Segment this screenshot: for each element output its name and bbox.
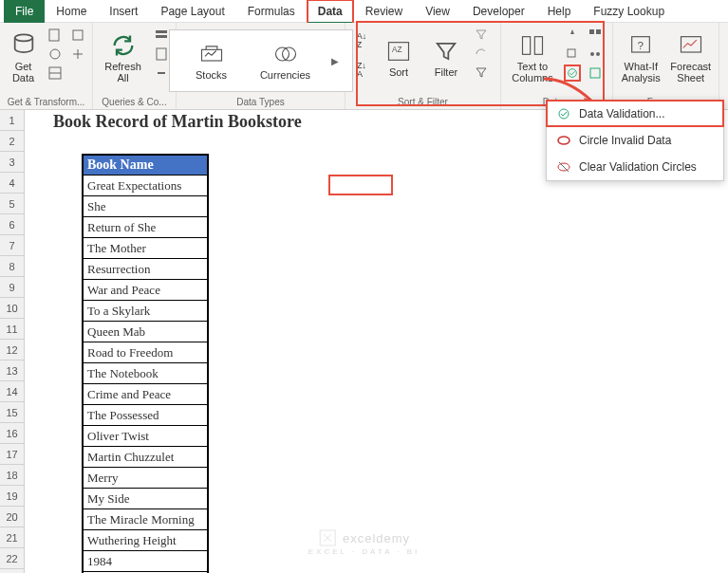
svg-rect-1 bbox=[49, 29, 59, 41]
tab-file[interactable]: File bbox=[4, 0, 45, 24]
table-row[interactable]: The Notebook bbox=[84, 363, 207, 384]
row-header[interactable]: 15 bbox=[0, 402, 24, 423]
edit-links-icon[interactable] bbox=[153, 65, 170, 82]
table-row[interactable]: The Mother bbox=[84, 238, 207, 259]
circle-invalid-item[interactable]: Circle Invalid Data bbox=[547, 127, 723, 154]
clear-circles-icon bbox=[556, 159, 571, 175]
clear-filter-icon[interactable] bbox=[473, 27, 490, 44]
from-web-icon[interactable] bbox=[47, 46, 64, 63]
svg-point-2 bbox=[50, 49, 60, 59]
consolidate-icon[interactable] bbox=[587, 27, 604, 44]
table-row[interactable]: Merry bbox=[84, 468, 207, 489]
currencies-button[interactable]: Currencies bbox=[257, 38, 314, 83]
queries-icon[interactable] bbox=[153, 27, 170, 44]
forecast-sheet-button[interactable]: Forecast Sheet bbox=[669, 27, 714, 89]
tab-view[interactable]: View bbox=[414, 0, 461, 24]
svg-rect-22 bbox=[590, 68, 600, 78]
table-row[interactable]: Martin Chuzzulet bbox=[84, 447, 207, 468]
row-headers: 1234567891011121314151617181920212223 bbox=[0, 110, 25, 573]
sort-button[interactable]: AZ Sort bbox=[378, 27, 420, 89]
row-header[interactable]: 13 bbox=[0, 360, 24, 381]
selected-cell[interactable] bbox=[328, 175, 393, 195]
svg-rect-5 bbox=[73, 30, 83, 40]
row-header[interactable]: 20 bbox=[0, 507, 24, 527]
svg-rect-14 bbox=[523, 37, 531, 55]
table-row[interactable]: The Miracle Morning bbox=[84, 509, 207, 530]
tab-insert[interactable]: Insert bbox=[98, 0, 149, 24]
table-header: Book Name bbox=[84, 156, 207, 176]
data-model-icon[interactable] bbox=[587, 65, 604, 82]
row-header[interactable]: 22 bbox=[0, 548, 24, 569]
tab-data[interactable]: Data bbox=[307, 0, 354, 24]
row-header[interactable]: 19 bbox=[0, 486, 24, 507]
row-header[interactable]: 6 bbox=[0, 214, 24, 235]
sort-asc-button[interactable]: A↓Z bbox=[351, 27, 372, 55]
tab-fuzzy-lookup[interactable]: Fuzzy Lookup bbox=[582, 0, 676, 24]
tab-review[interactable]: Review bbox=[354, 0, 414, 24]
row-header[interactable]: 18 bbox=[0, 465, 24, 486]
row-header[interactable]: 2 bbox=[0, 131, 24, 152]
row-header[interactable]: 4 bbox=[0, 173, 24, 194]
row-header[interactable]: 17 bbox=[0, 444, 24, 465]
row-header[interactable]: 8 bbox=[0, 256, 24, 277]
filter-button[interactable]: Filter bbox=[425, 27, 467, 89]
advanced-icon[interactable] bbox=[473, 65, 490, 82]
relationships-icon[interactable] bbox=[587, 46, 604, 63]
table-row[interactable]: She bbox=[84, 196, 207, 217]
table-row[interactable]: Queen Mab bbox=[84, 322, 207, 342]
watermark-icon bbox=[318, 528, 337, 547]
table-row[interactable]: Wuthering Height bbox=[84, 530, 207, 551]
row-header[interactable]: 14 bbox=[0, 381, 24, 402]
stocks-button[interactable]: Stocks bbox=[183, 38, 240, 83]
row-header[interactable]: 3 bbox=[0, 152, 24, 173]
sort-desc-button[interactable]: Z↓A bbox=[351, 56, 372, 84]
row-header[interactable]: 7 bbox=[0, 235, 24, 256]
row-header[interactable]: 21 bbox=[0, 527, 24, 548]
properties-icon[interactable] bbox=[153, 46, 170, 63]
row-header[interactable]: 16 bbox=[0, 423, 24, 444]
menu-bar: File Home Insert Page Layout Formulas Da… bbox=[0, 0, 728, 23]
tab-page-layout[interactable]: Page Layout bbox=[149, 0, 235, 24]
row-header[interactable]: 10 bbox=[0, 298, 24, 319]
group-label: Get & Transform... bbox=[6, 95, 86, 107]
row-header[interactable]: 5 bbox=[0, 194, 24, 214]
recent-sources-icon[interactable] bbox=[69, 27, 86, 44]
svg-rect-19 bbox=[596, 29, 601, 34]
row-header[interactable]: 11 bbox=[0, 319, 24, 340]
tab-formulas[interactable]: Formulas bbox=[236, 0, 307, 24]
data-validation-button[interactable] bbox=[564, 65, 581, 82]
chevron-right-icon[interactable]: ▶ bbox=[331, 56, 339, 66]
table-row[interactable]: Crime and Peace bbox=[84, 384, 207, 405]
table-row[interactable]: To a Skylark bbox=[84, 301, 207, 322]
clear-circles-item[interactable]: Clear Validation Circles bbox=[547, 154, 723, 180]
flash-fill-icon[interactable] bbox=[564, 27, 581, 44]
table-row[interactable]: Great Expectations bbox=[84, 176, 207, 196]
data-validation-item[interactable]: Data Validation... bbox=[547, 101, 723, 127]
table-row[interactable]: The Possessed bbox=[84, 405, 207, 426]
tab-help[interactable]: Help bbox=[536, 0, 583, 24]
table-row[interactable]: Return of She bbox=[84, 217, 207, 238]
get-data-button[interactable]: Get Data bbox=[6, 27, 41, 89]
text-to-columns-button[interactable]: Text to Columns bbox=[507, 27, 558, 89]
table-row[interactable]: Road to Freedom bbox=[84, 342, 207, 363]
reapply-icon[interactable] bbox=[473, 46, 490, 63]
from-text-icon[interactable] bbox=[47, 27, 64, 44]
svg-rect-25 bbox=[681, 37, 700, 52]
tab-developer[interactable]: Developer bbox=[461, 0, 536, 24]
table-row[interactable]: 1984 bbox=[84, 551, 207, 572]
forecast-icon bbox=[678, 32, 704, 59]
row-header[interactable]: 23 bbox=[0, 569, 24, 573]
tab-home[interactable]: Home bbox=[45, 0, 98, 24]
row-header[interactable]: 12 bbox=[0, 340, 24, 360]
table-row[interactable]: Resurrection bbox=[84, 259, 207, 280]
row-header[interactable]: 1 bbox=[0, 110, 24, 131]
refresh-all-button[interactable]: Refresh All bbox=[99, 27, 147, 89]
what-if-button[interactable]: ? What-If Analysis bbox=[619, 27, 663, 89]
existing-conn-icon[interactable] bbox=[69, 46, 86, 63]
table-row[interactable]: Oliver Twist bbox=[84, 426, 207, 447]
table-row[interactable]: War and Peace bbox=[84, 280, 207, 301]
from-table-icon[interactable] bbox=[47, 65, 64, 82]
remove-dup-icon[interactable] bbox=[564, 46, 581, 63]
table-row[interactable]: My Side bbox=[84, 489, 207, 509]
row-header[interactable]: 9 bbox=[0, 277, 24, 298]
